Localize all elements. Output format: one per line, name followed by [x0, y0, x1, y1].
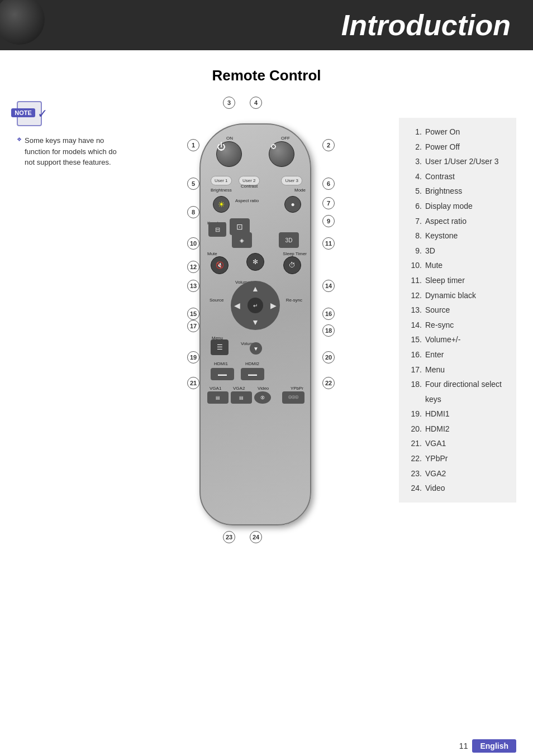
mute-button[interactable]: 🔇: [211, 256, 229, 274]
feature-list-item: 23.VGA2: [408, 466, 507, 481]
user1-button[interactable]: User 1: [211, 176, 232, 185]
callout-17: 17: [187, 320, 199, 332]
power-on-button[interactable]: ⏻: [216, 141, 242, 167]
aspect-ratio-icon: ⊡: [236, 222, 243, 231]
power-on-icon: ⏻: [217, 142, 226, 151]
aspect-ratio-label: Aspect ratio: [235, 198, 259, 203]
feature-list-item: 24.Video: [408, 481, 507, 496]
power-off-button[interactable]: ⭘: [269, 141, 294, 167]
vga1-button-icon: ▤: [216, 395, 220, 400]
feature-list-item: 7.Aspect ratio: [408, 214, 507, 229]
sun-icon: ☀: [218, 200, 225, 209]
nav-down[interactable]: ▼: [251, 318, 259, 327]
callout-7: 7: [322, 197, 335, 209]
menu-button[interactable]: ☰: [211, 339, 229, 355]
mute-icon: 🔇: [216, 261, 224, 269]
main-content: NOTE ✓ Some keys may have no function fo…: [0, 95, 533, 615]
feature-list-item: 6.Display mode: [408, 199, 507, 214]
db-icon: ◈: [240, 237, 244, 243]
nav-right[interactable]: ▶: [270, 301, 277, 310]
db-button[interactable]: ◈: [232, 232, 252, 248]
vga1-button[interactable]: ▤: [207, 391, 229, 404]
footer: 11 English: [0, 736, 533, 756]
display-mode-button[interactable]: ●: [284, 196, 301, 213]
feature-list-item: 17.Menu: [408, 362, 507, 377]
callout-9: 9: [322, 215, 335, 227]
feature-list-item: 9.3D: [408, 243, 507, 259]
callout-2: 2: [322, 139, 335, 151]
page-number: 11: [459, 741, 468, 750]
header-title: Introduction: [341, 8, 511, 42]
feature-list-item: 21.VGA1: [408, 436, 507, 451]
feature-list-item: 16.Enter: [408, 347, 507, 362]
callout-3: 3: [223, 97, 235, 109]
contrast-label: Contrast: [241, 184, 258, 189]
feature-list-item: 3.User 1/User 2/User 3: [408, 154, 507, 169]
callout-14: 14: [322, 280, 335, 292]
brightness-sun-icon: ✻: [253, 258, 258, 266]
keystone-button[interactable]: ⊟: [208, 222, 226, 237]
user3-button[interactable]: User 3: [281, 176, 302, 185]
enter-button[interactable]: ↵: [248, 298, 263, 313]
callout-23: 23: [223, 531, 235, 543]
remote-diagram-area: ON OFF ⏻ ⭘ User 1 User 2 User 3: [129, 101, 393, 604]
header-lens-decoration: [0, 0, 45, 45]
on-label: ON: [226, 136, 233, 141]
hdmi2-button[interactable]: ▬▬: [241, 368, 264, 380]
callout-16: 16: [322, 308, 335, 320]
callout-5: 5: [187, 178, 199, 190]
3d-button[interactable]: 3D: [279, 232, 299, 248]
ypbpr-button[interactable]: ⦾⦾⦾: [282, 391, 304, 404]
note-text: Some keys may have no function for model…: [17, 135, 129, 168]
feature-list-item: 19.HDMI1: [408, 406, 507, 422]
left-panel: NOTE ✓ Some keys may have no function fo…: [17, 101, 129, 604]
brightness-sun-button[interactable]: ✻: [246, 253, 264, 271]
vga2-label: VGA2: [233, 386, 245, 391]
sleep-timer-button[interactable]: ⏱: [283, 256, 301, 274]
hdmi2-top-label: HDMI2: [245, 361, 259, 366]
callout-8: 8: [187, 206, 199, 218]
hdmi1-button[interactable]: ▬▬: [211, 368, 234, 380]
vol-down-button[interactable]: ▼: [250, 342, 262, 355]
page-title: Remote Control: [0, 67, 533, 84]
feature-list-item: 11.Sleep timer: [408, 273, 507, 288]
feature-list-item: 13.Source: [408, 303, 507, 318]
callout-13: 13: [187, 280, 199, 292]
callout-20: 20: [322, 351, 335, 363]
callout-19: 19: [187, 351, 199, 363]
hdmi1-icon: ▬▬: [218, 372, 227, 377]
callout-4: 4: [250, 97, 262, 109]
feature-list-item: 14.Re-sync: [408, 318, 507, 333]
ypbpr-button-icon: ⦾⦾⦾: [288, 395, 298, 400]
checkmark-icon: ✓: [37, 107, 47, 121]
callout-15: 15: [187, 308, 199, 320]
callout-22: 22: [322, 377, 335, 389]
sleep-timer-icon: ⏱: [289, 261, 296, 269]
off-label: OFF: [281, 136, 290, 141]
remote-container: ON OFF ⏻ ⭘ User 1 User 2 User 3: [194, 101, 328, 548]
page-title-section: Remote Control: [0, 50, 533, 95]
enter-icon: ↵: [253, 303, 258, 309]
brightness-button[interactable]: ☀: [213, 196, 230, 213]
video-label: Video: [258, 386, 269, 391]
nav-left[interactable]: ◀: [234, 301, 240, 310]
nav-up[interactable]: ▲: [251, 284, 259, 293]
callout-24: 24: [250, 531, 262, 543]
callout-21: 21: [187, 377, 199, 389]
brightness-label: Brightness: [211, 188, 232, 193]
language-badge: English: [472, 739, 516, 753]
header: Introduction: [0, 0, 533, 50]
right-panel: 1.Power On2.Power Off3.User 1/User 2/Use…: [393, 101, 516, 604]
feature-list-item: 15.Volume+/-: [408, 332, 507, 347]
source-label: Source: [210, 298, 223, 303]
nav-ring[interactable]: ▲ ▼ ◀ ▶ ↵: [231, 281, 280, 330]
mute-label: Mute: [207, 251, 217, 256]
display-mode-icon: ●: [291, 200, 294, 208]
callout-6: 6: [322, 178, 335, 190]
callout-18: 18: [322, 324, 335, 337]
video-button[interactable]: ⦿: [254, 391, 271, 404]
feature-list-item: 18.Four directional select keys: [408, 377, 507, 406]
hdmi1-top-label: HDMI1: [214, 361, 228, 366]
vga2-button[interactable]: ▤: [231, 391, 252, 404]
note-icon-box: NOTE ✓: [17, 101, 42, 126]
